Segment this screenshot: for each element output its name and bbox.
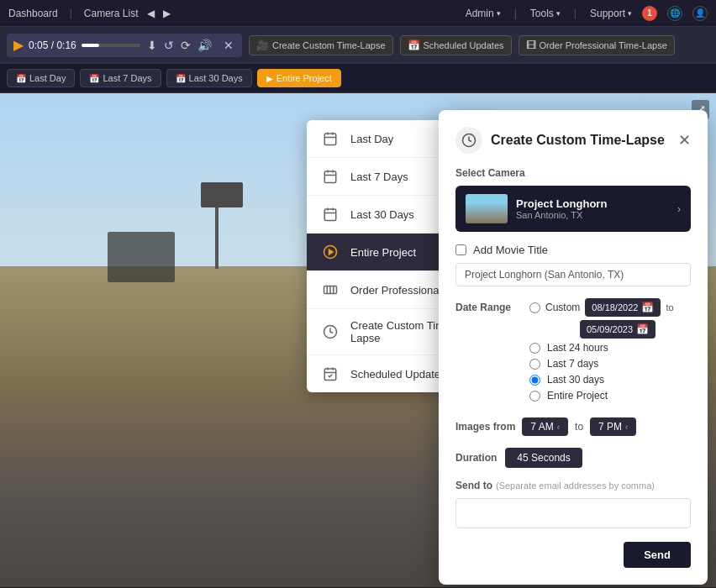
custom-timelapse-dialog: Create Custom Time-Lapse ✕ Select Camera…	[439, 110, 708, 585]
media-controls: ⬇ ↺ ⟳ 🔊	[145, 37, 213, 54]
last-7-radio[interactable]	[529, 359, 540, 370]
media-progress-fill	[82, 44, 99, 47]
send-to-row: Send to (Separate email addresses by com…	[455, 480, 691, 528]
last-7-icon	[320, 168, 340, 185]
date-from-box[interactable]: 08/18/2022 📅	[585, 298, 661, 317]
tools-chevron-icon: ▾	[556, 9, 561, 18]
user-icon[interactable]: 👤	[692, 6, 708, 21]
svg-rect-4	[324, 171, 336, 183]
last-30-row: Last 30 days	[529, 374, 691, 386]
movie-title-input[interactable]	[455, 263, 691, 286]
notification-bell[interactable]: 1	[642, 6, 657, 21]
scene-crane	[201, 182, 243, 207]
custom-label[interactable]: Custom	[545, 302, 580, 313]
add-movie-title-checkbox[interactable]	[455, 244, 466, 255]
last-24-radio[interactable]	[529, 343, 540, 354]
tab-last-30-days[interactable]: 📅 Last 30 Days	[166, 69, 252, 87]
custom-timelapse-icon	[320, 323, 340, 340]
dialog-title: Create Custom Time-Lapse	[491, 133, 665, 148]
custom-radio[interactable]	[529, 302, 540, 313]
date-to-separator: to	[666, 302, 673, 312]
send-to-label: Send to	[455, 480, 492, 491]
entire-project-icon	[320, 244, 340, 260]
order-professional-btn[interactable]: 🎞 Order Professional Time-Lapse	[519, 35, 675, 55]
images-from-row: Images from 7 AM ‹ to 7 PM ‹	[455, 417, 691, 436]
to-separator: to	[575, 421, 583, 433]
svg-rect-8	[324, 209, 336, 221]
camera-thumbnail	[466, 194, 508, 223]
admin-dropdown[interactable]: Admin ▾	[466, 8, 501, 19]
support-dropdown[interactable]: Support ▾	[590, 8, 632, 19]
close-media-btn[interactable]: ✕	[222, 37, 235, 54]
camera-info: Project Longhorn San Antonio, TX	[516, 197, 607, 220]
tab-entire-icon: ▶	[266, 74, 273, 83]
calendar-from-icon: 📅	[641, 302, 654, 313]
duration-label: Duration	[455, 452, 497, 464]
scheduled-icon	[320, 365, 340, 382]
entire-project-label[interactable]: Entire Project	[547, 390, 608, 402]
camera-icon: 🎥	[256, 39, 269, 51]
camera-name: Project Longhorn	[516, 197, 607, 210]
film-icon: 🎞	[526, 39, 536, 51]
last-30-label[interactable]: Last 30 days	[547, 374, 604, 386]
camera-selector[interactable]: Project Longhorn San Antonio, TX ›	[455, 186, 691, 232]
tab-last-30-icon: 📅	[176, 74, 186, 83]
download-btn[interactable]: ⬇	[145, 37, 159, 54]
last-7-row: Last 7 days	[529, 358, 691, 370]
tab-last-day[interactable]: 📅 Last Day	[7, 69, 75, 87]
support-chevron-icon: ▾	[628, 9, 632, 18]
svg-rect-19	[324, 369, 336, 381]
svg-marker-13	[329, 249, 334, 255]
media-bar: ▶ 0:05 / 0:16 ⬇ ↺ ⟳ 🔊 ✕ 🎥 Create Custom …	[0, 27, 716, 64]
media-time: 0:05 / 0:16	[29, 39, 76, 51]
add-movie-title-label[interactable]: Add Movie Title	[473, 244, 548, 256]
sound-btn[interactable]: 🔊	[196, 37, 213, 54]
tab-entire-project[interactable]: ▶ Entire Project	[257, 69, 341, 87]
date-range-col-label: Date Range	[455, 298, 523, 406]
entire-project-row: Entire Project	[529, 390, 691, 402]
last-7-label[interactable]: Last 7 days	[547, 358, 598, 370]
duration-select[interactable]: 45 Seconds	[505, 448, 582, 468]
dialog-header: Create Custom Time-Lapse ✕	[455, 127, 691, 154]
scene-equipment	[108, 232, 175, 282]
dialog-camera-icon	[455, 127, 482, 154]
time-from-arrow-icon: ‹	[557, 423, 560, 432]
tools-dropdown[interactable]: Tools ▾	[530, 8, 561, 19]
svg-rect-0	[324, 134, 336, 145]
refresh-btn[interactable]: ⟳	[179, 37, 192, 54]
add-movie-title-row: Add Movie Title	[455, 244, 691, 256]
globe-icon[interactable]: 🌐	[667, 6, 682, 21]
nav-right: Admin ▾ | Tools ▾ | Support ▾ 1 🌐 👤	[466, 6, 708, 21]
last-24-row: Last 24 hours	[529, 342, 691, 354]
tab-last-day-icon: 📅	[16, 74, 26, 83]
select-camera-label: Select Camera	[455, 167, 691, 179]
nav-prev-icon[interactable]: ◀	[147, 8, 155, 19]
date-to-box[interactable]: 05/09/2023 📅	[580, 320, 655, 339]
calendar-to-icon: 📅	[636, 323, 649, 335]
time-to-select[interactable]: 7 PM ‹	[590, 417, 636, 436]
nav-next-icon[interactable]: ▶	[163, 8, 171, 19]
time-from-select[interactable]: 7 AM ‹	[522, 417, 568, 436]
last-day-icon	[320, 130, 340, 147]
play-icon[interactable]: ▶	[13, 37, 24, 53]
scene-pole	[215, 202, 218, 269]
create-timelapse-btn[interactable]: 🎥 Create Custom Time-Lapse	[249, 35, 393, 55]
tab-last-7-days[interactable]: 📅 Last 7 Days	[80, 69, 161, 87]
nav-divider-1: |	[70, 8, 72, 19]
last-24-label[interactable]: Last 24 hours	[547, 342, 608, 354]
scheduled-updates-btn[interactable]: 📅 Scheduled Updates	[400, 35, 512, 55]
nav-divider-3: |	[574, 8, 576, 19]
camera-location: San Antonio, TX	[516, 210, 607, 220]
nav-camera-list[interactable]: Camera List	[84, 8, 139, 19]
time-to-arrow-icon: ‹	[625, 423, 628, 432]
send-to-input[interactable]	[455, 498, 691, 528]
duration-row: Duration 45 Seconds	[455, 448, 691, 468]
last-30-radio[interactable]	[529, 375, 540, 386]
entire-project-radio[interactable]	[529, 391, 540, 402]
dialog-close-btn[interactable]: ✕	[678, 133, 691, 148]
dialog-footer: Send	[455, 542, 691, 568]
media-progress-bar[interactable]	[82, 44, 140, 47]
nav-dashboard[interactable]: Dashboard	[8, 8, 58, 19]
send-btn[interactable]: Send	[624, 542, 691, 568]
loop-btn[interactable]: ↺	[162, 37, 176, 54]
